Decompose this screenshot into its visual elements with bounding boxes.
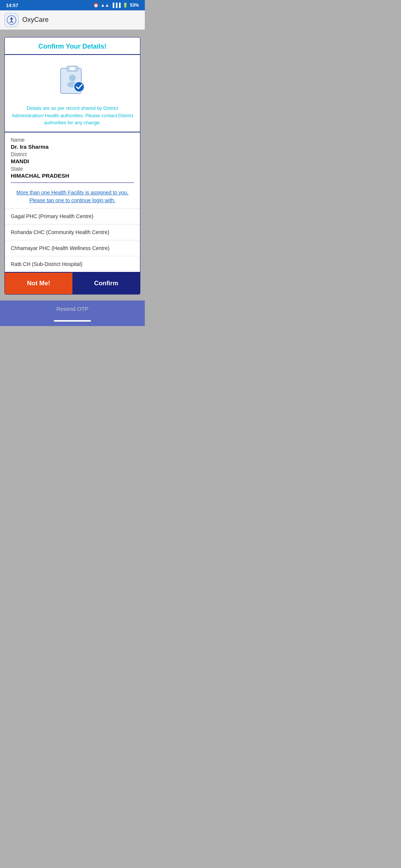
field-name-label: Name Dr. Ira Sharma [11, 137, 134, 150]
status-icons: ⏰ ▲▲ ▐▐▐ 🔋 53% [93, 3, 139, 8]
card-title: Confirm Your Details! [38, 43, 106, 50]
app-title: OxyCare [22, 16, 49, 24]
illustration-area [5, 55, 140, 102]
svg-point-7 [74, 82, 84, 92]
name-value: Dr. Ira Sharma [11, 144, 134, 150]
facility-item-1[interactable]: Gagal PHC (Primary Health Centre) [5, 208, 140, 224]
facility-item-4[interactable]: Ratti CH (Sub-District Hospital) [5, 256, 140, 273]
facility-item-3[interactable]: Chhamayar PHC (Health Wellness Centre) [5, 240, 140, 256]
state-label: State [11, 166, 134, 172]
status-bar: 14:57 ⏰ ▲▲ ▐▐▐ 🔋 53% [0, 0, 145, 10]
details-divider [11, 183, 134, 183]
signal-icon: ▐▐▐ [111, 3, 121, 8]
battery-percent: 53% [130, 3, 139, 8]
not-me-button[interactable]: Not Me! [5, 273, 72, 294]
battery-icon: 🔋 [123, 3, 128, 8]
resend-otp-bar[interactable]: Resend OTP [0, 300, 145, 317]
card-header: Confirm Your Details! [5, 37, 140, 55]
status-time: 14:57 [6, 3, 18, 8]
home-indicator-area [0, 317, 145, 326]
facility-list: Gagal PHC (Primary Health Centre) Rohand… [5, 208, 140, 273]
svg-point-5 [69, 75, 76, 81]
info-text: Details are as per record shared by Dist… [5, 102, 140, 132]
app-bar: OxyCare [0, 10, 145, 30]
district-value: MANDI [11, 158, 134, 164]
svg-rect-4 [70, 67, 75, 70]
field-state-label: State HIMACHAL PRADESH [11, 166, 134, 179]
clipboard-illustration [54, 62, 91, 99]
wifi-icon: ▲▲ [101, 3, 110, 8]
field-district-label: District MANDI [11, 151, 134, 164]
bottom-buttons: Not Me! Confirm [5, 273, 140, 294]
alarm-icon: ⏰ [93, 3, 99, 8]
district-label: District [11, 151, 134, 157]
details-section: Name Dr. Ira Sharma District MANDI State… [5, 132, 140, 183]
resend-otp-label[interactable]: Resend OTP [56, 306, 89, 312]
name-label: Name [11, 137, 134, 143]
facility-link-text[interactable]: More than one Health Facility is assigne… [5, 187, 140, 208]
confirm-card: Confirm Your Details! Details are as per… [4, 37, 140, 295]
confirm-button[interactable]: Confirm [72, 273, 140, 294]
facility-item-2[interactable]: Rohanda CHC (Community Health Centre) [5, 224, 140, 240]
background-area: Confirm Your Details! Details are as per… [0, 30, 145, 299]
home-indicator-bar [54, 320, 91, 322]
app-logo [4, 13, 19, 27]
state-value: HIMACHAL PRADESH [11, 172, 134, 179]
